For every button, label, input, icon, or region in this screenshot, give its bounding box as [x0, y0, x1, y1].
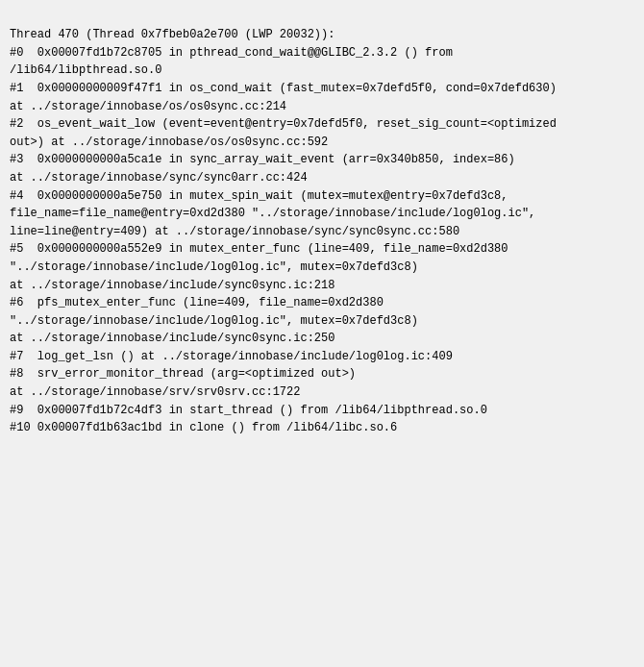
code-line-10: file_name=file_name@entry=0xd2d380 "../s… [10, 205, 634, 223]
code-line-7: #3 0x0000000000a5ca1e in sync_array_wait… [10, 151, 634, 169]
code-line-0: Thread 470 (Thread 0x7fbeb0a2e700 (LWP 2… [10, 26, 634, 44]
code-line-21: #9 0x00007fd1b72c4df3 in start_thread ()… [10, 402, 634, 420]
code-line-19: #8 srv_error_monitor_thread (arg=<optimi… [10, 365, 634, 383]
code-output: Thread 470 (Thread 0x7fbeb0a2e700 (LWP 2… [0, 0, 644, 667]
code-line-6: out>) at ../storage/innobase/os/os0sync.… [10, 134, 634, 152]
code-line-13: "../storage/innobase/include/log0log.ic"… [10, 259, 634, 277]
code-line-9: #4 0x0000000000a5e750 in mutex_spin_wait… [10, 187, 634, 206]
code-line-12: #5 0x0000000000a552e9 in mutex_enter_fun… [10, 240, 634, 259]
code-line-11: line=line@entry=409) at ../storage/innob… [10, 223, 634, 241]
code-line-4: at ../storage/innobase/os/os0sync.cc:214 [10, 98, 634, 116]
code-line-16: "../storage/innobase/include/log0log.ic"… [10, 312, 634, 331]
code-line-15: #6 pfs_mutex_enter_func (line=409, file_… [10, 294, 634, 312]
code-line-22: #10 0x00007fd1b63ac1bd in clone () from … [10, 419, 634, 437]
code-line-1: #0 0x00007fd1b72c8705 in pthread_cond_wa… [10, 44, 634, 62]
code-line-17: at ../storage/innobase/include/sync0sync… [10, 330, 634, 348]
code-line-3: #1 0x00000000009f47f1 in os_cond_wait (f… [10, 80, 634, 98]
code-line-18: #7 log_get_lsn () at ../storage/innobase… [10, 348, 634, 366]
code-line-5: #2 os_event_wait_low (event=event@entry=… [10, 115, 634, 134]
code-line-14: at ../storage/innobase/include/sync0sync… [10, 277, 634, 295]
code-line-8: at ../storage/innobase/sync/sync0arr.cc:… [10, 169, 634, 187]
code-line-2: /lib64/libpthread.so.0 [10, 62, 634, 80]
code-line-20: at ../storage/innobase/srv/srv0srv.cc:17… [10, 383, 634, 402]
